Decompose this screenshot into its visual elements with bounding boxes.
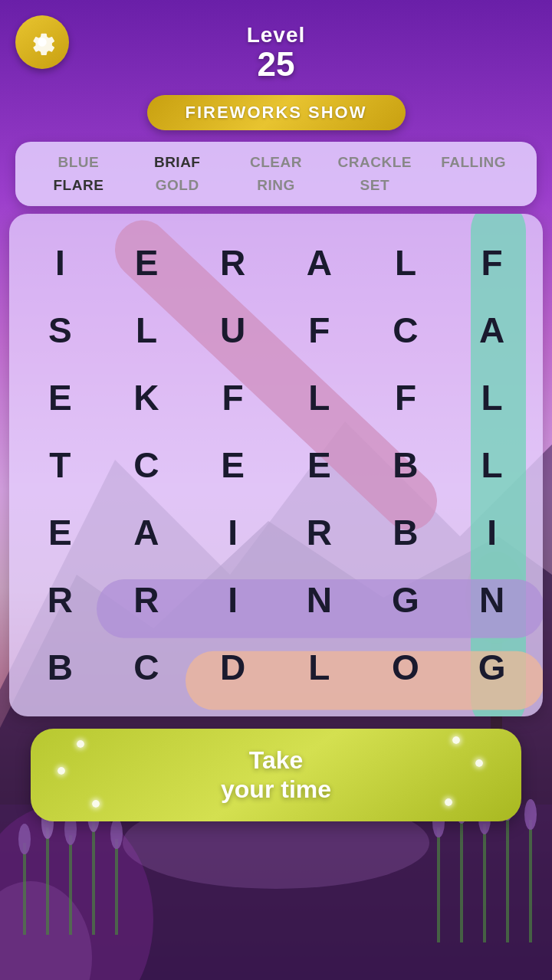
grid-cell[interactable]: A bbox=[449, 297, 535, 364]
grid-cell[interactable]: R bbox=[276, 499, 363, 566]
gear-icon bbox=[28, 28, 57, 57]
header: Level 25 FIREWORKS SHOW bbox=[0, 0, 552, 130]
grid-row: IERALF bbox=[17, 229, 535, 297]
theme-text: FIREWORKS SHOW bbox=[186, 103, 367, 122]
grid-cell[interactable]: R bbox=[17, 566, 104, 634]
word-item: FALLING bbox=[426, 154, 521, 171]
grid-cell[interactable]: E bbox=[17, 499, 104, 566]
grid-container: IERALFSLUFCAEKFLFLTCEEBLEAIRBIRRINGNBCDL… bbox=[9, 214, 543, 716]
level-number: 25 bbox=[258, 48, 295, 81]
grid-cell[interactable]: I bbox=[189, 566, 276, 634]
settings-button[interactable] bbox=[15, 15, 69, 69]
grid-cell[interactable]: B bbox=[17, 634, 104, 701]
grid-cell[interactable]: F bbox=[189, 364, 276, 431]
word-item: RING bbox=[228, 177, 324, 194]
grid-cell[interactable]: L bbox=[363, 229, 449, 297]
svg-rect-4 bbox=[46, 828, 49, 935]
grid-row: EKFLFL bbox=[17, 364, 535, 431]
svg-rect-3 bbox=[23, 843, 26, 935]
svg-rect-15 bbox=[483, 824, 486, 942]
word-item: FLARE bbox=[31, 177, 127, 194]
word-item: CLEAR bbox=[228, 154, 324, 171]
grid-cell[interactable]: F bbox=[449, 229, 535, 297]
grid-cell[interactable]: I bbox=[189, 499, 276, 566]
svg-point-1 bbox=[0, 805, 153, 980]
grid-cell[interactable]: L bbox=[276, 364, 363, 431]
grid-row: SLUFCA bbox=[17, 297, 535, 364]
grid-cell[interactable]: A bbox=[104, 499, 190, 566]
grid-cell[interactable]: S bbox=[17, 297, 104, 364]
svg-rect-0 bbox=[0, 805, 552, 980]
grid-cell[interactable]: U bbox=[189, 297, 276, 364]
svg-point-22 bbox=[524, 799, 537, 830]
grid-cell[interactable]: E bbox=[189, 431, 276, 499]
grid-cell[interactable]: L bbox=[449, 431, 535, 499]
grid-cell[interactable]: R bbox=[189, 229, 276, 297]
grid-cell[interactable]: C bbox=[363, 297, 449, 364]
grid-row: BCDLOG bbox=[17, 634, 535, 701]
grid-cell[interactable]: K bbox=[104, 364, 190, 431]
grid-row: TCEEBL bbox=[17, 431, 535, 499]
grid-cell[interactable]: C bbox=[104, 634, 190, 701]
grid-cell[interactable]: C bbox=[104, 431, 190, 499]
svg-rect-16 bbox=[506, 808, 509, 942]
grid-cell[interactable]: R bbox=[104, 566, 190, 634]
grid-cell[interactable]: L bbox=[449, 364, 535, 431]
grid-cell[interactable]: O bbox=[363, 634, 449, 701]
svg-rect-13 bbox=[437, 828, 440, 942]
svg-rect-5 bbox=[69, 835, 72, 935]
word-list-grid: BLUEBRIAFCLEARCRACKLEFALLINGFLAREGOLDRIN… bbox=[31, 154, 521, 194]
svg-rect-7 bbox=[115, 839, 118, 935]
level-label: Level bbox=[247, 23, 306, 48]
grid-cell[interactable]: E bbox=[17, 364, 104, 431]
svg-point-12 bbox=[110, 818, 123, 849]
svg-rect-17 bbox=[529, 820, 532, 942]
grid-cell[interactable]: A bbox=[276, 229, 363, 297]
grid-cell[interactable]: G bbox=[449, 634, 535, 701]
grid-cell[interactable]: G bbox=[363, 566, 449, 634]
grid-cell[interactable]: N bbox=[449, 566, 535, 634]
word-item: SET bbox=[327, 177, 422, 194]
word-item: BLUE bbox=[31, 154, 127, 171]
word-item: GOLD bbox=[130, 177, 225, 194]
grid-cell[interactable]: F bbox=[363, 364, 449, 431]
grid-cell[interactable]: D bbox=[189, 634, 276, 701]
svg-rect-6 bbox=[92, 820, 95, 935]
word-item: CRACKLE bbox=[327, 154, 422, 171]
theme-banner: FIREWORKS SHOW bbox=[147, 95, 406, 130]
grid-cell[interactable]: E bbox=[104, 229, 190, 297]
svg-point-8 bbox=[18, 824, 31, 854]
hint-text: Takeyour time bbox=[46, 746, 506, 805]
word-item: BRIAF bbox=[130, 154, 225, 171]
grid-cell[interactable]: I bbox=[449, 499, 535, 566]
grid-row: RRINGN bbox=[17, 566, 535, 634]
svg-point-2 bbox=[0, 881, 92, 980]
svg-rect-14 bbox=[460, 812, 463, 942]
grid-cell[interactable]: N bbox=[276, 566, 363, 634]
grid-cell[interactable]: E bbox=[276, 431, 363, 499]
grid-cell[interactable]: I bbox=[17, 229, 104, 297]
grid-cell[interactable]: L bbox=[276, 634, 363, 701]
grid-cell[interactable]: T bbox=[17, 431, 104, 499]
grid-cell[interactable]: L bbox=[104, 297, 190, 364]
grid-cell[interactable]: F bbox=[276, 297, 363, 364]
word-list-panel: BLUEBRIAFCLEARCRACKLEFALLINGFLAREGOLDRIN… bbox=[15, 142, 537, 206]
grid-row: EAIRBI bbox=[17, 499, 535, 566]
grid-cell[interactable]: B bbox=[363, 499, 449, 566]
grid-table: IERALFSLUFCAEKFLFLTCEEBLEAIRBIRRINGNBCDL… bbox=[17, 229, 535, 701]
hint-button[interactable]: Takeyour time bbox=[31, 729, 521, 821]
grid-cell[interactable]: B bbox=[363, 431, 449, 499]
